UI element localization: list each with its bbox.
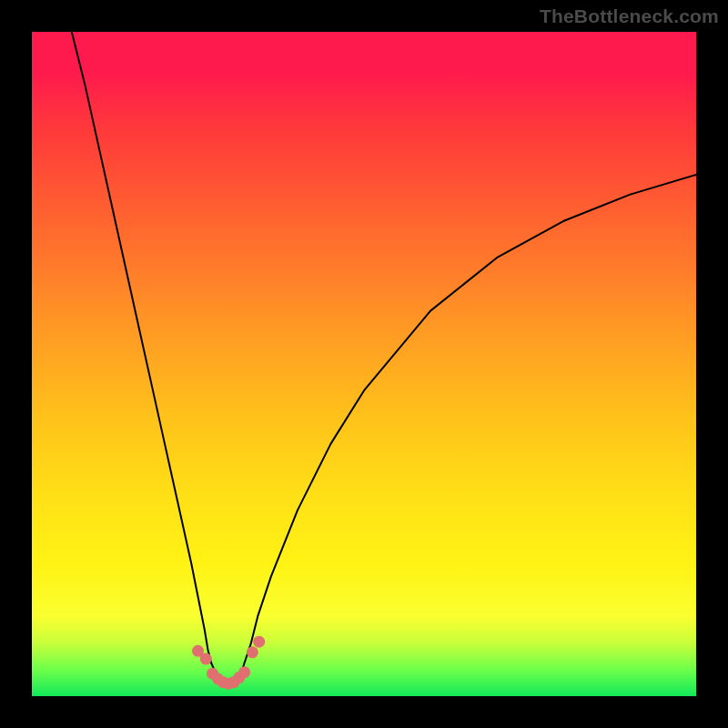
series-left-curve bbox=[72, 32, 216, 673]
series-right-curve bbox=[241, 175, 696, 673]
marker-dot bbox=[247, 646, 258, 658]
marker-dot bbox=[238, 666, 250, 678]
watermark-text: TheBottleneck.com bbox=[540, 5, 719, 27]
curve-svg bbox=[32, 32, 696, 696]
plot-area bbox=[32, 32, 696, 696]
chart-frame: TheBottleneck.com bbox=[0, 0, 728, 728]
curve-layer bbox=[72, 32, 696, 685]
marker-dot bbox=[253, 636, 265, 648]
marker-dot bbox=[200, 653, 212, 665]
marker-layer bbox=[192, 636, 265, 690]
